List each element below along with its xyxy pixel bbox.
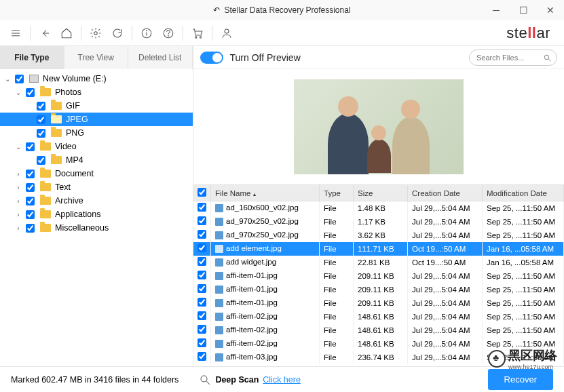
expand-icon[interactable]: ⌄ (3, 75, 12, 83)
svg-point-15 (201, 376, 207, 382)
row-checkbox[interactable] (198, 203, 206, 212)
expand-icon[interactable]: › (14, 224, 23, 232)
folder-icon (40, 210, 51, 218)
expand-icon[interactable]: ⌄ (14, 143, 23, 151)
tree-item[interactable]: ›Document (0, 167, 193, 180)
select-all-checkbox[interactable] (198, 188, 206, 197)
cell-size: 1.48 KB (354, 201, 408, 215)
row-checkbox[interactable] (198, 216, 206, 225)
row-checkbox[interactable] (198, 311, 206, 320)
tree-checkbox[interactable] (26, 142, 35, 151)
tab-file-type[interactable]: File Type (0, 46, 64, 69)
table-row[interactable]: affi-item-01.jpgFile209.11 KBJul 29,...5… (193, 269, 564, 283)
folder-icon (51, 115, 62, 123)
tree-checkbox[interactable] (26, 88, 35, 97)
table-row[interactable]: ad_970x250_v02.jpgFile1.17 KBJul 29,...5… (193, 215, 564, 229)
tree-checkbox[interactable] (37, 115, 45, 124)
cell-type: File (320, 283, 354, 296)
row-checkbox[interactable] (198, 271, 206, 279)
col-modification-date[interactable]: Modification Date (483, 185, 564, 201)
row-checkbox[interactable] (198, 338, 206, 347)
tree-checkbox[interactable] (26, 210, 35, 219)
col-size[interactable]: Size (354, 185, 408, 201)
tree-checkbox[interactable] (37, 102, 45, 111)
user-button[interactable] (217, 23, 237, 43)
row-checkbox[interactable] (198, 284, 206, 293)
deep-scan-link[interactable]: Click here (263, 375, 301, 385)
cell-size: 209.11 KB (354, 283, 408, 296)
file-icon (215, 258, 223, 267)
folder-icon (40, 197, 51, 205)
tree-item[interactable]: ⌄Photos (0, 85, 193, 99)
tree-label: Archive (55, 196, 83, 205)
expand-icon[interactable]: › (14, 197, 23, 205)
tree-label: GIF (66, 101, 80, 111)
tree-item[interactable]: ›Applications (0, 208, 193, 221)
cell-type: File (320, 256, 354, 269)
expand-icon[interactable]: › (14, 170, 23, 178)
file-table[interactable]: File Name▴ Type Size Creation Date Modif… (193, 184, 565, 366)
home-button[interactable] (56, 23, 77, 43)
close-button[interactable]: ✕ (537, 0, 564, 20)
menu-button[interactable] (5, 23, 26, 43)
row-checkbox[interactable] (198, 298, 206, 307)
tree-item[interactable]: PNG (0, 126, 193, 140)
settings-button[interactable] (86, 23, 106, 43)
table-row[interactable]: affi-item-01.jpgFile209.11 KBJul 29,...5… (193, 296, 564, 310)
row-checkbox[interactable] (198, 352, 206, 361)
tree-item[interactable]: JPEG (0, 113, 193, 126)
recover-button[interactable]: Recover (488, 369, 553, 390)
refresh-button[interactable] (107, 23, 128, 43)
table-row[interactable]: affi-item-02.jpgFile148.61 KBJul 29,...5… (193, 310, 564, 324)
tree-checkbox[interactable] (26, 197, 35, 205)
row-checkbox[interactable] (198, 243, 206, 252)
tree-checkbox[interactable] (37, 156, 45, 165)
row-checkbox[interactable] (198, 257, 206, 266)
table-row[interactable]: ad_970x250_v02.jpgFile3.62 KBJul 29,...5… (193, 229, 564, 242)
tree-label: Video (55, 142, 77, 151)
minimize-button[interactable]: ─ (483, 0, 510, 20)
tree-checkbox[interactable] (26, 183, 35, 192)
table-row[interactable]: ad_160x600_v02.jpgFile1.48 KBJul 29,...5… (193, 201, 564, 215)
back-button[interactable] (35, 23, 55, 43)
file-icon (215, 272, 223, 280)
table-row[interactable]: affi-item-01.jpgFile209.11 KBJul 29,...5… (193, 283, 564, 296)
tab-deleted-list[interactable]: Deleted List (128, 46, 193, 69)
folder-icon (51, 156, 62, 164)
tree-item[interactable]: ⌄Video (0, 140, 193, 153)
table-row[interactable]: affi-item-03.jpgFile236.74 KBJul 29,...5… (193, 351, 564, 364)
separator (81, 26, 81, 41)
tree-item[interactable]: MP4 (0, 153, 193, 167)
col-creation-date[interactable]: Creation Date (408, 185, 483, 201)
tree-checkbox[interactable] (26, 170, 35, 178)
tree-item[interactable]: ›Miscellaneous (0, 221, 193, 235)
row-checkbox[interactable] (198, 325, 206, 334)
brand-logo: stellar (506, 24, 559, 42)
svg-point-4 (94, 31, 98, 35)
cart-button[interactable] (187, 23, 208, 43)
table-row[interactable]: affi-item-02.jpgFile148.61 KBJul 29,...5… (193, 324, 564, 337)
table-row[interactable]: affi-item-02.jpgFile148.61 KBJul 29,...5… (193, 337, 564, 351)
folder-tree[interactable]: ⌄New Volume (E:)⌄PhotosGIFJPEGPNG⌄VideoM… (0, 69, 193, 366)
expand-icon[interactable]: › (14, 184, 23, 191)
expand-icon[interactable]: › (14, 211, 23, 218)
tree-item[interactable]: GIF (0, 99, 193, 113)
tree-checkbox[interactable] (26, 224, 35, 233)
tree-checkbox[interactable] (15, 75, 24, 83)
maximize-button[interactable]: ☐ (510, 0, 537, 20)
tab-tree-view[interactable]: Tree View (64, 46, 129, 69)
row-checkbox[interactable] (198, 230, 206, 239)
tree-item[interactable]: ⌄New Volume (E:) (0, 72, 193, 85)
expand-icon[interactable]: ⌄ (14, 89, 23, 96)
col-filename[interactable]: File Name▴ (211, 185, 320, 201)
preview-toggle[interactable] (200, 52, 223, 64)
cell-mdate: Sep 25, ...11:50 AM (483, 201, 564, 215)
help-button[interactable] (158, 23, 178, 43)
tree-item[interactable]: ›Text (0, 180, 193, 194)
table-row[interactable]: add widget.jpgFile22.81 KBOct 19...:50 A… (193, 256, 564, 269)
info-button[interactable] (136, 23, 157, 43)
tree-item[interactable]: ›Archive (0, 194, 193, 208)
col-type[interactable]: Type (320, 185, 354, 201)
table-row[interactable]: add element.jpgFile111.71 KBOct 19...:50… (193, 242, 564, 256)
tree-checkbox[interactable] (37, 129, 45, 138)
